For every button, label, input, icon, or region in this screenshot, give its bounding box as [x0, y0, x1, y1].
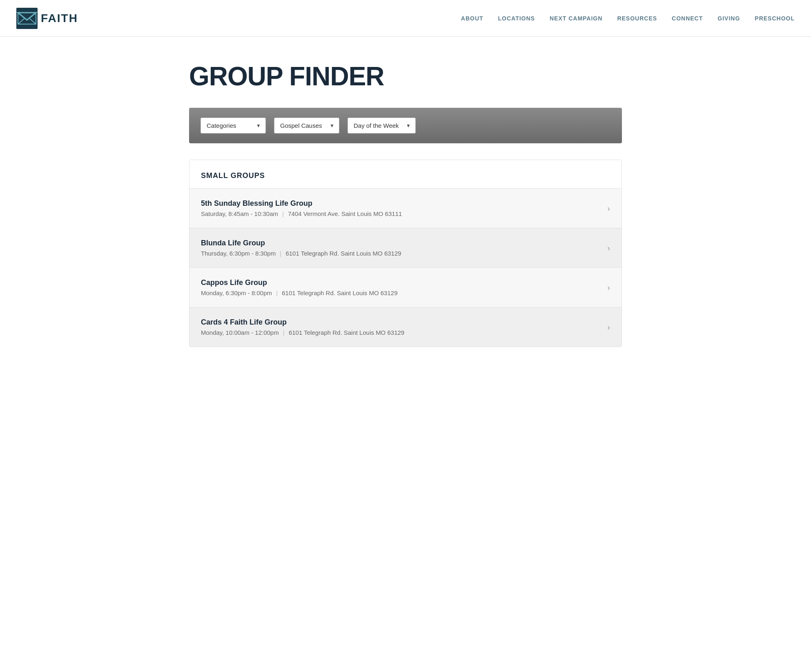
results-section: SMALL GROUPS 5th Sunday Blessing Life Gr… — [189, 160, 622, 347]
page-title: GROUP FINDER — [189, 61, 622, 91]
group-info: Cappos Life Group Monday, 6:30pm - 8:00p… — [201, 278, 601, 296]
group-name: 5th Sunday Blessing Life Group — [201, 199, 601, 208]
chevron-right-icon: › — [607, 204, 610, 213]
group-item[interactable]: Blunda Life Group Thursday, 6:30pm - 8:3… — [189, 228, 622, 268]
chevron-right-icon: › — [607, 243, 610, 253]
group-info: Blunda Life Group Thursday, 6:30pm - 8:3… — [201, 239, 601, 257]
nav-about[interactable]: ABOUT — [461, 15, 483, 22]
logo-link[interactable]: FAITH — [16, 8, 78, 29]
svg-rect-0 — [16, 8, 38, 29]
nav-resources[interactable]: RESOURCES — [617, 15, 657, 22]
group-item[interactable]: Cards 4 Faith Life Group Monday, 10:00am… — [189, 307, 622, 347]
day-of-week-select-container: Day of the Week — [348, 118, 416, 134]
day-of-week-select[interactable]: Day of the Week — [348, 118, 416, 134]
group-item[interactable]: Cappos Life Group Monday, 6:30pm - 8:00p… — [189, 268, 622, 307]
nav-giving[interactable]: GIVING — [717, 15, 740, 22]
group-name: Blunda Life Group — [201, 239, 601, 247]
group-name: Cards 4 Faith Life Group — [201, 318, 601, 327]
main-content: GROUP FINDER Categories Gospel Causes Da… — [173, 37, 638, 380]
group-list: 5th Sunday Blessing Life Group Saturday,… — [189, 189, 622, 347]
nav-locations[interactable]: LOCATIONS — [498, 15, 535, 22]
group-details: Saturday, 8:45am - 10:30am | 7404 Vermon… — [201, 210, 601, 217]
gospel-causes-select[interactable]: Gospel Causes — [274, 118, 339, 134]
filter-bar: Categories Gospel Causes Day of the Week — [189, 108, 622, 143]
group-info: 5th Sunday Blessing Life Group Saturday,… — [201, 199, 601, 217]
chevron-right-icon: › — [607, 283, 610, 292]
site-header: FAITH ABOUT LOCATIONS NEXT CAMPAIGN RESO… — [0, 0, 811, 37]
group-info: Cards 4 Faith Life Group Monday, 10:00am… — [201, 318, 601, 336]
group-item[interactable]: 5th Sunday Blessing Life Group Saturday,… — [189, 189, 622, 228]
chevron-right-icon: › — [607, 323, 610, 332]
categories-select-container: Categories — [201, 118, 266, 134]
group-name: Cappos Life Group — [201, 278, 601, 287]
results-header: SMALL GROUPS — [189, 160, 622, 189]
logo-text: FAITH — [41, 12, 78, 25]
group-details: Thursday, 6:30pm - 8:30pm | 6101 Telegra… — [201, 250, 601, 257]
nav-connect[interactable]: CONNECT — [672, 15, 703, 22]
nav-next-campaign[interactable]: NEXT CAMPAIGN — [550, 15, 602, 22]
group-details: Monday, 10:00am - 12:00pm | 6101 Telegra… — [201, 329, 601, 336]
gospel-causes-select-container: Gospel Causes — [274, 118, 339, 134]
logo-icon — [16, 8, 38, 29]
group-details: Monday, 6:30pm - 8:00pm | 6101 Telegraph… — [201, 289, 601, 296]
nav-preschool[interactable]: PRESCHOOL — [755, 15, 795, 22]
results-title: SMALL GROUPS — [201, 171, 610, 180]
main-nav: ABOUT LOCATIONS NEXT CAMPAIGN RESOURCES … — [461, 15, 795, 22]
categories-select[interactable]: Categories — [201, 118, 266, 134]
